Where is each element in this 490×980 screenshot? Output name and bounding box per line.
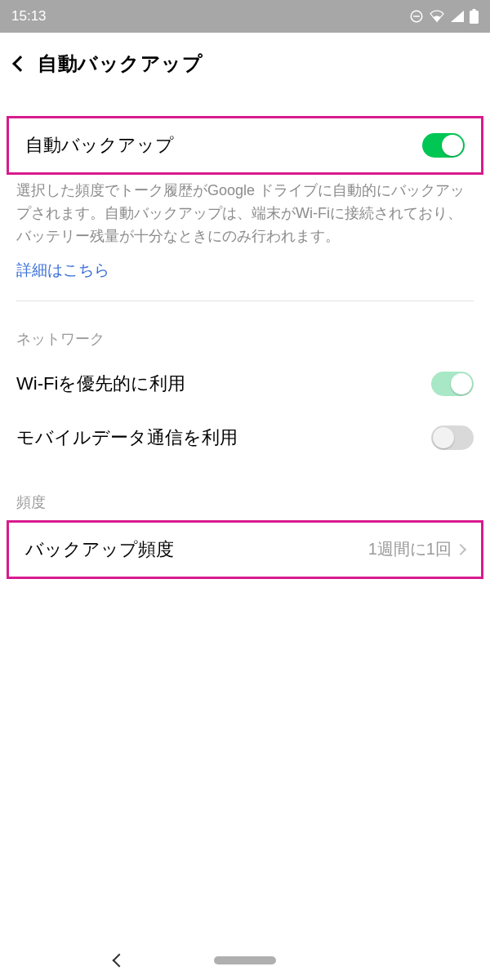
back-icon[interactable] xyxy=(12,56,29,72)
mobile-data-toggle[interactable] xyxy=(431,425,474,450)
backup-frequency-value: 1週間に1回 xyxy=(368,538,452,560)
frequency-section-header: 頻度 xyxy=(0,465,490,520)
auto-backup-toggle[interactable] xyxy=(422,133,465,158)
auto-backup-label: 自動バックアップ xyxy=(25,133,422,158)
wifi-priority-toggle[interactable] xyxy=(431,372,474,396)
status-time: 15:13 xyxy=(11,8,47,24)
android-nav-bar xyxy=(0,941,490,980)
do-not-disturb-icon xyxy=(409,9,424,24)
nav-home-pill[interactable] xyxy=(214,956,276,964)
wifi-priority-label: Wi-Fiを優先的に利用 xyxy=(16,372,431,396)
auto-backup-description: 選択した頻度でトーク履歴がGoogle ドライブに自動的にバックアップされます。… xyxy=(0,175,490,256)
mobile-data-row[interactable]: モバイルデータ通信を利用 xyxy=(0,411,490,465)
auto-backup-row[interactable]: 自動バックアップ xyxy=(7,116,483,175)
signal-icon xyxy=(450,10,465,23)
chevron-right-icon xyxy=(455,544,466,555)
learn-more-link[interactable]: 詳細はこちら xyxy=(0,256,490,301)
page-title: 自動バックアップ xyxy=(38,51,203,77)
backup-frequency-label: バックアップ頻度 xyxy=(25,537,368,562)
mobile-data-label: モバイルデータ通信を利用 xyxy=(16,425,431,450)
network-section-header: ネットワーク xyxy=(0,301,490,357)
app-bar: 自動バックアップ xyxy=(0,33,490,91)
battery-icon xyxy=(470,9,479,24)
backup-frequency-row[interactable]: バックアップ頻度 1週間に1回 xyxy=(7,520,483,579)
wifi-icon xyxy=(429,10,445,23)
svg-rect-3 xyxy=(473,9,476,11)
status-bar: 15:13 xyxy=(0,0,490,33)
nav-back-icon[interactable] xyxy=(113,954,127,968)
wifi-priority-row[interactable]: Wi-Fiを優先的に利用 xyxy=(0,357,490,411)
status-icons xyxy=(409,9,479,24)
svg-rect-2 xyxy=(470,11,479,24)
